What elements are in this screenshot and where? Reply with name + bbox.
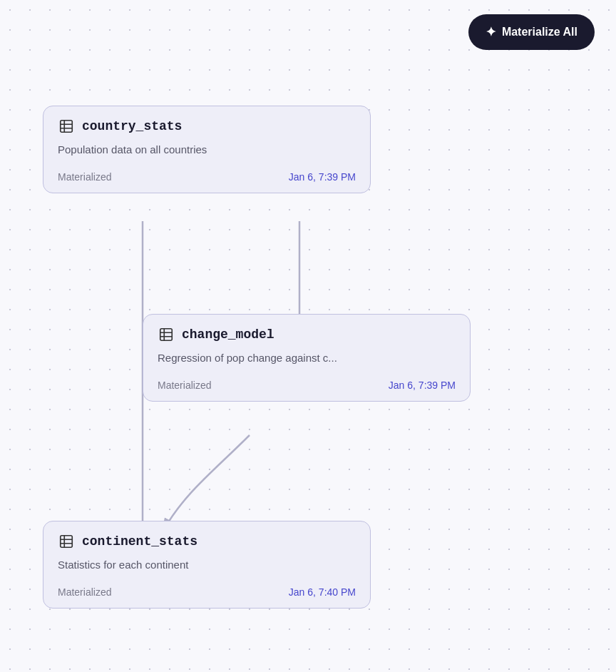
materialize-all-label: Materialize All (502, 26, 578, 39)
change-model-description: Regression of pop change against c... (143, 352, 470, 372)
change-model-footer: Materialized Jan 6, 7:39 PM (143, 372, 470, 401)
svg-rect-1 (61, 121, 73, 133)
change-model-title: change_model (182, 327, 274, 342)
svg-rect-9 (61, 536, 73, 548)
table-icon-3 (58, 533, 75, 550)
country-stats-title: country_stats (82, 119, 182, 133)
sparkle-icon: ✦ (486, 24, 496, 40)
svg-rect-5 (160, 329, 173, 341)
change-model-timestamp: Jan 6, 7:39 PM (389, 380, 456, 391)
continent-stats-status: Materialized (58, 586, 111, 598)
change-model-header: change_model (143, 315, 470, 352)
continent-stats-timestamp: Jan 6, 7:40 PM (289, 586, 356, 598)
country-stats-header: country_stats (43, 106, 370, 143)
change-model-card[interactable]: change_model Regression of pop change ag… (143, 314, 471, 402)
continent-stats-footer: Materialized Jan 6, 7:40 PM (43, 579, 370, 608)
continent-stats-title: continent_stats (82, 534, 197, 549)
continent-stats-description: Statistics for each continent (43, 559, 370, 579)
country-stats-card[interactable]: country_stats Population data on all cou… (43, 106, 371, 193)
country-stats-timestamp: Jan 6, 7:39 PM (289, 171, 356, 183)
table-icon (58, 118, 75, 135)
country-stats-footer: Materialized Jan 6, 7:39 PM (43, 164, 370, 193)
materialize-all-button[interactable]: ✦ Materialize All (468, 14, 595, 50)
country-stats-description: Population data on all countries (43, 143, 370, 164)
continent-stats-header: continent_stats (43, 521, 370, 559)
country-stats-status: Materialized (58, 171, 111, 183)
change-model-status: Materialized (158, 380, 211, 391)
table-icon-2 (158, 326, 175, 343)
continent-stats-card[interactable]: continent_stats Statistics for each cont… (43, 521, 371, 609)
